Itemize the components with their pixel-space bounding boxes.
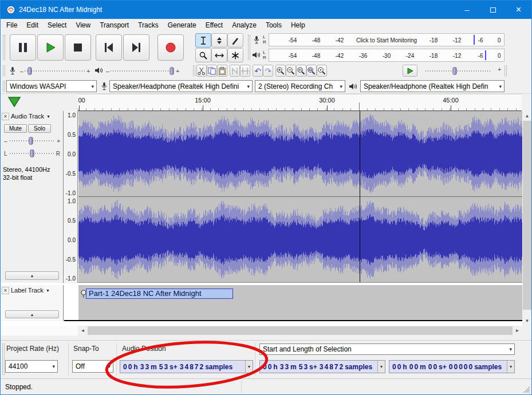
play-speed-thumb[interactable] [452, 67, 456, 74]
playback-volume-thumb[interactable] [170, 67, 174, 74]
paste-button[interactable] [217, 65, 227, 77]
vertical-ruler[interactable]: 1.0 0.5 0.0 -0.5 -1.0 1.0 0.5 0.0 -0.5 -… [64, 111, 78, 283]
zoom-in-button[interactable] [275, 65, 286, 77]
resize-grip-icon[interactable] [523, 386, 530, 393]
audio-position-minutes[interactable]: 33 [140, 363, 150, 371]
vertical-scroll-thumb[interactable] [523, 121, 531, 310]
menu-effect[interactable]: Effect [201, 19, 227, 31]
menu-transport[interactable]: Transport [95, 19, 133, 31]
audio-position-field[interactable]: 00h 33m 53s+ 34872samples ▾ [120, 360, 253, 373]
stop-button[interactable] [65, 34, 91, 61]
recording-device-combo[interactable]: Speaker/Headphone (Realtek High Defini ▾ [109, 80, 253, 92]
toolbar-gripper[interactable] [248, 35, 250, 60]
toolbar-gripper[interactable] [193, 65, 195, 76]
gain-slider[interactable]: – + [3, 136, 61, 145]
zoom-to-selection-button[interactable] [296, 65, 306, 77]
dropdown-arrow-icon[interactable]: ▾ [507, 361, 514, 373]
menu-help[interactable]: Help [286, 19, 310, 31]
selection-length-samples[interactable]: 00000 [449, 363, 474, 371]
menu-select[interactable]: Select [43, 19, 71, 31]
menu-file[interactable]: File [2, 19, 22, 31]
audio-host-combo[interactable]: Windows WASAPI ▾ [6, 80, 97, 92]
selection-start-field[interactable]: 00h 33m 53s+ 34872samples ▾ [259, 360, 385, 373]
dropdown-arrow-icon[interactable]: ▾ [245, 361, 253, 373]
selection-length-seconds[interactable]: 00 [428, 363, 438, 371]
dropdown-arrow-icon[interactable]: ▾ [377, 361, 385, 373]
solo-button[interactable]: Solo [28, 124, 51, 133]
selection-length-minutes[interactable]: 00 [409, 363, 419, 371]
close-track-button[interactable]: × [2, 287, 9, 294]
playback-volume-slider[interactable]: – + [106, 64, 179, 78]
pinned-play-head-button[interactable] [7, 96, 21, 108]
menu-analyze[interactable]: Analyze [227, 19, 261, 31]
snap-to-combo[interactable]: Off ▾ [72, 360, 113, 373]
selection-mode-combo[interactable]: Start and Length of Selection ▾ [259, 343, 515, 355]
label-track-content[interactable]: Part-1 24Dec18 NC After Midnight [78, 285, 522, 321]
cut-button[interactable] [196, 65, 207, 77]
envelope-tool-button[interactable] [211, 33, 227, 48]
pause-button[interactable] [10, 34, 36, 61]
scroll-left-button[interactable]: ◄ [78, 326, 88, 335]
selection-start-minutes[interactable]: 33 [280, 363, 290, 371]
play-at-speed-button[interactable] [403, 65, 417, 77]
zoom-out-button[interactable] [286, 65, 296, 77]
audio-track-menu[interactable]: Audio Track ▼ [11, 113, 50, 120]
draw-tool-button[interactable] [227, 33, 243, 48]
gain-thumb[interactable] [29, 137, 33, 145]
audio-position-hours[interactable]: 00 [123, 363, 133, 371]
recording-meter[interactable]: L R -54 -48 -42 Click to Start Monitorin… [251, 33, 506, 47]
vertical-scrollbar[interactable]: ▲ ▼ [522, 111, 532, 326]
recording-channels-combo[interactable]: 2 (Stereo) Recording Ch ▾ [255, 80, 345, 92]
waveform-channel-left[interactable] [78, 111, 522, 196]
time-shift-tool-button[interactable] [211, 48, 227, 62]
menu-generate[interactable]: Generate [163, 19, 201, 31]
silence-audio-button[interactable] [240, 65, 250, 77]
play-button[interactable] [37, 34, 64, 61]
zoom-to-project-button[interactable] [306, 65, 317, 77]
label-track-menu[interactable]: Label Track ▼ [11, 287, 50, 294]
skip-to-end-button[interactable] [123, 34, 149, 61]
selection-start-hours[interactable]: 00 [263, 363, 273, 371]
skip-to-start-button[interactable] [96, 34, 122, 61]
zoom-tool-button[interactable] [195, 48, 211, 62]
selection-start-samples[interactable]: 34872 [320, 363, 344, 371]
scroll-up-button[interactable]: ▲ [522, 111, 532, 121]
toolbar-gripper[interactable] [3, 81, 5, 92]
horizontal-scrollbar[interactable]: ◄ ► [78, 326, 522, 335]
multi-tool-button[interactable] [227, 48, 243, 62]
zoom-toggle-button[interactable] [317, 65, 327, 77]
playback-device-combo[interactable]: Speaker/Headphone (Realtek High Defin ▾ [360, 80, 505, 92]
horizontal-scroll-thumb[interactable] [88, 326, 513, 335]
toolbar-gripper[interactable] [3, 65, 5, 76]
collapse-track-button[interactable]: ▲ [5, 310, 59, 318]
record-button[interactable] [157, 34, 184, 61]
scroll-right-button[interactable]: ► [513, 326, 522, 335]
maximize-button[interactable] [480, 1, 506, 19]
scroll-down-button[interactable]: ▼ [522, 316, 532, 326]
toolbar-gripper[interactable] [505, 65, 507, 76]
undo-button[interactable]: ↶ [253, 65, 263, 77]
audio-position-seconds[interactable]: 53 [159, 363, 169, 371]
selection-tool-button[interactable] [195, 33, 211, 48]
menu-edit[interactable]: Edit [22, 19, 43, 31]
close-button[interactable]: × [506, 1, 531, 19]
play-speed-slider[interactable] [421, 64, 495, 78]
playback-meter[interactable]: L R -54 -48 -42 -36 -30 -24 -18 -12 -6 0 [251, 48, 506, 62]
menu-tracks[interactable]: Tracks [133, 19, 163, 31]
label-text[interactable]: Part-1 24Dec18 NC After Midnight [86, 289, 233, 299]
waveform-channel-right[interactable] [78, 197, 522, 282]
monitoring-hint-text[interactable]: Click to Start Monitoring [356, 37, 417, 43]
minimize-button[interactable]: – [454, 1, 480, 19]
mute-button[interactable]: Mute [4, 124, 27, 133]
timeline-ruler[interactable]: 0:00 15:00 30:00 45:00 [78, 94, 522, 111]
selection-start-seconds[interactable]: 53 [299, 363, 309, 371]
toolbar-gripper[interactable] [3, 35, 5, 60]
selection-length-hours[interactable]: 00 [392, 363, 402, 371]
copy-button[interactable] [207, 65, 217, 77]
menu-tools[interactable]: Tools [261, 19, 286, 31]
pan-thumb[interactable] [30, 150, 34, 157]
audio-position-samples[interactable]: 34872 [180, 363, 204, 371]
selection-length-field[interactable]: 00h 00m 00s+ 00000samples ▾ [389, 360, 515, 373]
recording-volume-slider[interactable]: – + [20, 64, 90, 78]
pan-slider[interactable]: L R [3, 149, 61, 158]
